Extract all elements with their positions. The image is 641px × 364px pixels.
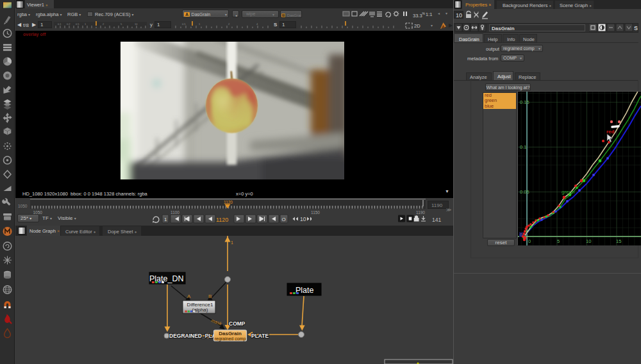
svg-text:15: 15 (616, 238, 621, 244)
svg-text:5: 5 (557, 238, 560, 244)
svg-text:COMP: COMP (229, 320, 246, 327)
svg-text:2: 2 (228, 22, 230, 26)
svg-text:S: S (634, 25, 638, 31)
svg-text:0.15: 0.15 (520, 99, 529, 105)
svg-text:0.2: 0.2 (67, 22, 71, 26)
svg-text:0.1: 0.1 (520, 144, 526, 150)
svg-text:1120: 1120 (216, 217, 228, 223)
svg-text:1120: 1120 (224, 200, 233, 204)
svg-text:DasGrain: DasGrain (219, 331, 242, 336)
svg-text:0: 0 (528, 238, 531, 244)
svg-text:PLATE: PLATE (251, 333, 269, 339)
svg-text:1190: 1190 (416, 210, 425, 215)
svg-text:A: A (187, 294, 191, 299)
svg-text:1150: 1150 (311, 210, 320, 215)
svg-text:1100: 1100 (171, 210, 179, 215)
svg-text:0.5: 0.5 (76, 22, 79, 26)
svg-text:1: 1 (231, 240, 233, 245)
svg-text:0.1: 0.1 (58, 22, 62, 26)
svg-text:10: 10 (135, 22, 138, 26)
svg-text:mask: mask (211, 318, 223, 326)
svg-text:Plate_DN: Plate_DN (149, 274, 184, 283)
svg-text:10: 10 (586, 238, 591, 244)
svg-text:4: 4 (256, 22, 258, 26)
svg-text:141: 141 (432, 217, 441, 223)
svg-text:1: 1 (164, 217, 167, 222)
svg-text:green: green (562, 189, 574, 195)
svg-text:1050: 1050 (33, 210, 43, 215)
svg-text:0.05: 0.05 (520, 189, 529, 195)
svg-text:O: O (282, 217, 286, 222)
svg-text:regrained comp: regrained comp (215, 336, 246, 342)
svg-text:B: B (208, 294, 212, 299)
svg-text:red: red (606, 129, 615, 135)
svg-text:10: 10 (300, 216, 306, 222)
svg-text:0.5: 0.5 (182, 22, 186, 26)
svg-text:1: 1 (199, 22, 201, 26)
